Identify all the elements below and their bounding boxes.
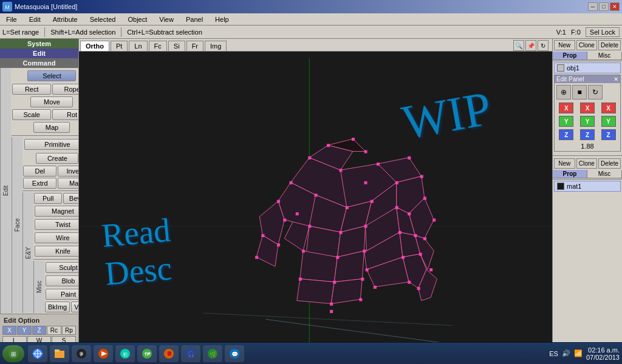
- f-value: F:0: [571, 29, 581, 36]
- invert-button[interactable]: Invert: [58, 166, 79, 177]
- material-item-mat1[interactable]: mat1: [554, 181, 621, 192]
- tab-ln[interactable]: Ln: [129, 41, 147, 51]
- mat-prop-tab[interactable]: Prop: [553, 170, 587, 178]
- object-misc-tab[interactable]: Misc: [587, 52, 622, 59]
- menu-view[interactable]: View: [156, 15, 177, 24]
- ep-z1-btn[interactable]: Z: [559, 129, 573, 140]
- ep-rotate-icon[interactable]: ↻: [588, 85, 603, 99]
- edit-panel-close[interactable]: ✕: [613, 76, 618, 83]
- tab-img[interactable]: Img: [205, 41, 227, 51]
- taskbar-maps[interactable]: 🗺: [137, 345, 157, 362]
- ep-z2-btn[interactable]: Z: [580, 129, 595, 140]
- object-item-obj1[interactable]: obj1: [554, 62, 621, 73]
- ep-x3-btn[interactable]: X: [601, 103, 616, 113]
- taskbar-music[interactable]: ♪: [72, 345, 91, 362]
- taskbar-plant[interactable]: 🌿: [203, 345, 222, 362]
- blob-button[interactable]: Blob: [46, 275, 79, 286]
- start-button[interactable]: ⊞: [2, 345, 24, 362]
- map-button[interactable]: Map: [33, 122, 70, 133]
- svg-rect-75: [429, 268, 432, 271]
- tab-ortho[interactable]: Ortho: [80, 41, 109, 51]
- zoom-in-button[interactable]: 🔍: [513, 40, 524, 51]
- delete-object-button[interactable]: Delete: [598, 40, 621, 50]
- svg-rect-67: [423, 237, 426, 240]
- svg-rect-56: [432, 218, 436, 221]
- svg-rect-72: [402, 256, 405, 259]
- clone-mat-button[interactable]: Clone: [576, 158, 598, 169]
- ep-scale-icon[interactable]: ■: [572, 85, 587, 99]
- viewport-area: Ortho Pt Ln Fc Si Fr Img 🔍 📌 ↻ WIP ReadD…: [79, 39, 552, 351]
- object-name: obj1: [567, 64, 579, 72]
- command-section: Command: [0, 58, 78, 68]
- object-prop-tab[interactable]: Prop: [553, 52, 587, 59]
- taskbar-headset[interactable]: 🎧: [181, 345, 200, 362]
- magnet-button[interactable]: Magnet: [35, 206, 79, 217]
- eo-rc-btn[interactable]: Rc: [47, 326, 61, 335]
- ep-move-icon[interactable]: ⊕: [556, 85, 571, 99]
- bevel-button[interactable]: Bevel: [63, 193, 79, 204]
- taskbar-game[interactable]: 🥊: [159, 345, 179, 362]
- delete-mat-button[interactable]: Delete: [598, 158, 621, 169]
- eo-rp-btn[interactable]: Rp: [62, 326, 76, 335]
- ep-z3-btn[interactable]: Z: [601, 129, 616, 140]
- menu-object[interactable]: Object: [124, 15, 151, 24]
- taskbar-browser[interactable]: [28, 345, 47, 362]
- rotate-button[interactable]: ↻: [538, 40, 549, 51]
- menu-panel[interactable]: Panel: [182, 15, 207, 24]
- maximize-button[interactable]: □: [599, 2, 609, 11]
- tab-pt[interactable]: Pt: [111, 41, 128, 51]
- tab-fr[interactable]: Fr: [186, 41, 203, 51]
- rope-button[interactable]: Rope: [52, 84, 79, 95]
- rot-button[interactable]: Rot: [52, 109, 79, 120]
- taskbar-chat[interactable]: 💬: [225, 345, 244, 362]
- ep-x1-btn[interactable]: X: [559, 103, 573, 113]
- new-object-button[interactable]: New: [554, 40, 575, 50]
- pull-button[interactable]: Pull: [34, 193, 62, 204]
- menu-selected[interactable]: Selected: [86, 15, 120, 24]
- rect-button[interactable]: Rect: [12, 84, 51, 95]
- extrd-button[interactable]: Extrd: [23, 178, 56, 189]
- knife-button[interactable]: Knife: [35, 246, 79, 257]
- new-mat-button[interactable]: New: [554, 158, 575, 169]
- eo-x-btn[interactable]: X: [2, 326, 16, 335]
- taskbar-video[interactable]: [94, 345, 113, 362]
- l-set-range-label: L=Set range: [2, 29, 39, 36]
- bkimg-button[interactable]: BkImg: [45, 302, 70, 312]
- sculpt-button[interactable]: Sculpt: [46, 262, 79, 273]
- ep-x2-btn[interactable]: X: [580, 103, 595, 113]
- wire-button[interactable]: Wire: [35, 232, 79, 243]
- ep-y2-btn[interactable]: Y: [580, 116, 595, 127]
- mat-button[interactable]: Mat: [58, 178, 79, 189]
- mat-misc-tab[interactable]: Misc: [587, 170, 622, 178]
- clone-object-button[interactable]: Clone: [576, 40, 598, 50]
- svg-rect-73: [419, 253, 422, 256]
- toolbar-separator: [44, 27, 45, 37]
- ep-y3-btn[interactable]: Y: [601, 116, 616, 127]
- menu-attribute[interactable]: Attribute: [49, 15, 81, 24]
- menu-file[interactable]: File: [2, 15, 21, 24]
- svg-text:🎧: 🎧: [188, 351, 195, 358]
- select-button[interactable]: Select: [27, 70, 76, 81]
- del-button[interactable]: Del: [23, 166, 56, 177]
- menu-edit[interactable]: Edit: [26, 15, 44, 24]
- sel-lock-button[interactable]: Sel Lock: [586, 27, 620, 37]
- move-button[interactable]: Move: [30, 96, 73, 107]
- viewport-canvas[interactable]: WIP ReadDesc: [79, 52, 552, 351]
- twist-button[interactable]: Twist: [35, 219, 79, 230]
- primitive-button[interactable]: Primitive: [24, 139, 79, 150]
- create-button[interactable]: Create: [36, 153, 78, 164]
- close-button[interactable]: ✕: [610, 2, 620, 11]
- menu-help[interactable]: Help: [211, 15, 233, 24]
- tab-fc[interactable]: Fc: [149, 41, 167, 51]
- eo-y-btn[interactable]: Y: [17, 326, 31, 335]
- eo-z-btn[interactable]: Z: [32, 326, 46, 335]
- scale-button[interactable]: Scale: [12, 109, 51, 120]
- ep-y1-btn[interactable]: Y: [559, 116, 573, 127]
- tab-si[interactable]: Si: [168, 41, 185, 51]
- taskbar-miku[interactable]: 初: [115, 345, 135, 362]
- taskbar-files[interactable]: [50, 345, 69, 362]
- minimize-button[interactable]: ─: [588, 2, 598, 11]
- view-button[interactable]: View: [71, 302, 79, 312]
- paint-button[interactable]: Paint: [46, 289, 79, 300]
- pin-button[interactable]: 📌: [525, 40, 536, 51]
